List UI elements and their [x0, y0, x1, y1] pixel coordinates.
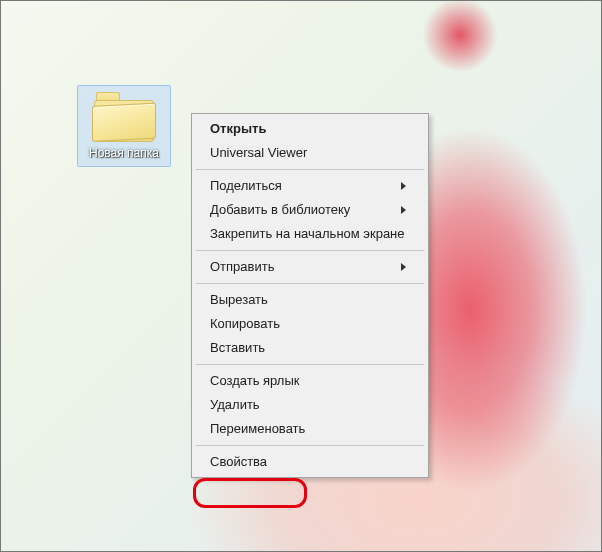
menu-item-label: Копировать [210, 315, 280, 333]
menu-item-label: Закрепить на начальном экране [210, 225, 405, 243]
menu-item-label: Отправить [210, 258, 274, 276]
folder-icon [92, 90, 156, 142]
annotation-highlight-ring [193, 478, 307, 508]
menu-item-label: Поделиться [210, 177, 282, 195]
menu-item-label: Universal Viewer [210, 144, 307, 162]
menu-item-open[interactable]: Открыть [194, 117, 426, 141]
desktop-folder-icon[interactable]: Новая папка [77, 85, 171, 167]
chevron-right-icon [401, 263, 406, 271]
menu-item-add-to-library[interactable]: Добавить в библиотеку [194, 198, 426, 222]
menu-item-paste[interactable]: Вставить [194, 336, 426, 360]
menu-item-label: Открыть [210, 120, 266, 138]
menu-item-label: Свойства [210, 453, 267, 471]
menu-item-label: Создать ярлык [210, 372, 299, 390]
menu-item-label: Добавить в библиотеку [210, 201, 350, 219]
menu-item-universal-viewer[interactable]: Universal Viewer [194, 141, 426, 165]
folder-label: Новая папка [87, 146, 161, 160]
menu-separator [196, 250, 424, 251]
menu-item-label: Вставить [210, 339, 265, 357]
menu-separator [196, 169, 424, 170]
menu-item-create-shortcut[interactable]: Создать ярлык [194, 369, 426, 393]
menu-item-cut[interactable]: Вырезать [194, 288, 426, 312]
menu-item-send-to[interactable]: Отправить [194, 255, 426, 279]
menu-item-pin-to-start[interactable]: Закрепить на начальном экране [194, 222, 426, 246]
menu-item-label: Вырезать [210, 291, 268, 309]
menu-separator [196, 445, 424, 446]
menu-item-delete[interactable]: Удалить [194, 393, 426, 417]
context-menu: Открыть Universal Viewer Поделиться Доба… [191, 113, 429, 478]
menu-separator [196, 283, 424, 284]
chevron-right-icon [401, 182, 406, 190]
menu-item-copy[interactable]: Копировать [194, 312, 426, 336]
menu-item-label: Переименовать [210, 420, 305, 438]
menu-item-share[interactable]: Поделиться [194, 174, 426, 198]
menu-item-label: Удалить [210, 396, 260, 414]
menu-separator [196, 364, 424, 365]
menu-item-properties[interactable]: Свойства [194, 450, 426, 474]
chevron-right-icon [401, 206, 406, 214]
menu-item-rename[interactable]: Переименовать [194, 417, 426, 441]
